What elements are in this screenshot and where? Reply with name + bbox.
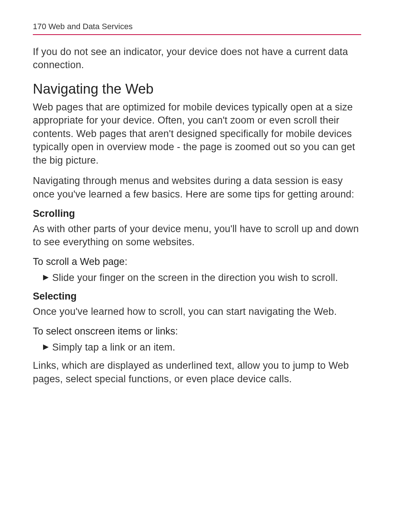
selecting-after-paragraph: Links, which are displayed as underlined… <box>33 359 361 386</box>
scrolling-subheading: Scrolling <box>33 208 361 219</box>
scrolling-paragraph: As with other parts of your device menu,… <box>33 222 361 249</box>
selecting-instr-heading: To select onscreen items or links: <box>33 326 361 337</box>
main-heading: Navigating the Web <box>33 81 361 97</box>
selecting-bullet-text: Simply tap a link or an item. <box>52 341 175 354</box>
section-title: Web and Data Services <box>49 22 133 31</box>
scrolling-bullet-row: ▶ Slide your finger on the screen in the… <box>33 271 361 284</box>
scrolling-bullet-text: Slide your finger on the screen in the d… <box>52 271 338 284</box>
triangle-right-icon: ▶ <box>43 271 49 283</box>
selecting-subheading: Selecting <box>33 291 361 302</box>
selecting-paragraph: Once you've learned how to scroll, you c… <box>33 305 361 318</box>
selecting-bullet-row: ▶ Simply tap a link or an item. <box>33 341 361 354</box>
triangle-right-icon: ▶ <box>43 341 49 352</box>
body-paragraph-2: Navigating through menus and websites du… <box>33 174 361 201</box>
intro-paragraph: If you do not see an indicator, your dev… <box>33 45 361 72</box>
scrolling-instr-heading: To scroll a Web page: <box>33 256 361 267</box>
page-header: 170 Web and Data Services <box>33 22 361 35</box>
document-page: 170 Web and Data Services If you do not … <box>0 0 394 415</box>
page-number: 170 <box>33 22 46 31</box>
body-paragraph-1: Web pages that are optimized for mobile … <box>33 101 361 167</box>
